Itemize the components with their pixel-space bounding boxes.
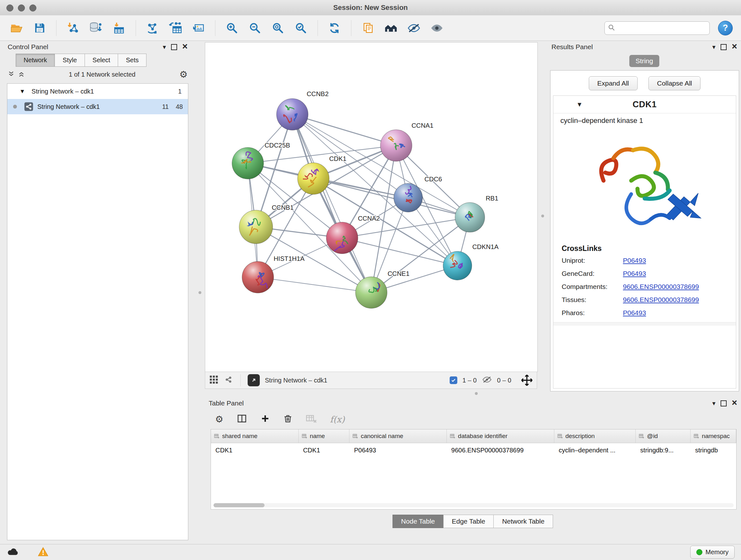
panel-float-icon[interactable] (721, 44, 727, 50)
table-options-gear-icon[interactable]: ⚙ (215, 415, 223, 424)
open-external-icon[interactable] (248, 374, 260, 386)
add-column-icon[interactable] (260, 414, 270, 425)
node-label-CDC6: CDC6 (424, 176, 442, 183)
network-edge[interactable] (292, 114, 396, 145)
panel-menu-icon[interactable]: ▾ (712, 44, 716, 50)
search-input[interactable] (617, 24, 706, 32)
zoom-fit-icon[interactable] (270, 19, 286, 37)
copy-documents-icon[interactable] (360, 19, 376, 37)
import-network-database-icon[interactable] (88, 19, 105, 37)
network-table-tool-icon[interactable] (167, 19, 184, 37)
network-node-CCNB1[interactable] (239, 210, 273, 244)
network-row-selected[interactable]: String Network – cdk1 11 48 (7, 99, 188, 114)
export-image-icon[interactable] (190, 19, 207, 37)
results-scrollbar[interactable] (553, 322, 736, 326)
tab-string[interactable]: String (629, 55, 660, 67)
show-columns-icon[interactable] (237, 414, 247, 425)
collapse-section-icon[interactable]: ▼ (576, 101, 583, 108)
panel-close-icon[interactable]: × (732, 398, 737, 408)
share-network-icon[interactable] (224, 375, 233, 386)
column-header-description[interactable]: description (554, 429, 636, 443)
network-node-CCNA2[interactable] (327, 222, 358, 254)
show-elements-icon[interactable] (428, 19, 445, 37)
import-table-file-icon[interactable] (111, 19, 127, 37)
network-collection-row[interactable]: ▼ String Network – cdk1 1 (7, 84, 188, 99)
title-bar: Session: New Session (0, 0, 741, 16)
open-session-icon[interactable] (8, 19, 25, 37)
memory-status-dot (696, 549, 702, 555)
crosslink-link[interactable]: 9606.ENSP00000378699 (623, 296, 699, 304)
crosslink-link[interactable]: P06493 (623, 309, 646, 317)
network-edge[interactable] (258, 277, 372, 293)
splitter-handle[interactable] (475, 392, 478, 395)
splitter-handle[interactable] (199, 291, 201, 294)
string-home-icon[interactable] (383, 19, 399, 37)
save-session-icon[interactable] (31, 19, 48, 37)
grid-view-icon[interactable] (209, 375, 219, 386)
table-hscrollbar[interactable] (213, 503, 734, 507)
zoom-in-icon[interactable] (224, 19, 240, 37)
zoom-out-icon[interactable] (247, 19, 263, 37)
birds-eye-icon[interactable] (521, 374, 533, 386)
column-header-@id[interactable]: @id (636, 429, 690, 443)
collection-count: 1 (178, 88, 182, 95)
tab-network[interactable]: Network (16, 54, 55, 67)
column-header-database-identifier[interactable]: database identifier (447, 429, 554, 443)
tab-edge-table[interactable]: Edge Table (443, 515, 494, 528)
hidden-count: 0 – 0 (497, 377, 511, 384)
expand-all-icon[interactable] (18, 71, 25, 78)
network-tool-icon[interactable] (144, 19, 161, 37)
help-icon[interactable]: ? (718, 21, 733, 36)
crosslink-row: GeneCard:P06493 (562, 270, 728, 277)
panel-close-icon[interactable]: × (182, 42, 188, 51)
splitter-handle[interactable] (541, 214, 544, 217)
delete-column-icon[interactable] (283, 414, 292, 424)
table-cell: cyclin–dependent ... (554, 447, 636, 454)
hide-elements-icon[interactable] (406, 19, 422, 37)
panel-menu-icon[interactable]: ▾ (712, 400, 716, 407)
network-edge[interactable] (292, 114, 372, 293)
network-node-CDKN1A[interactable] (443, 251, 472, 280)
table-row[interactable]: CDK1CDK1P064939606.ENSP00000378699cyclin… (211, 443, 736, 457)
crosslink-row: Pharos:P06493 (562, 309, 728, 317)
import-network-file-icon[interactable] (65, 19, 81, 37)
tab-network-table[interactable]: Network Table (493, 515, 553, 528)
column-header-canonical-name[interactable]: canonical name (349, 429, 447, 443)
network-canvas[interactable]: CCNB2CCNA1CDC25BCDK1CDC6RB1CCNB1CCNA2CDK… (205, 43, 537, 372)
network-node-CDK1[interactable] (298, 163, 329, 194)
window-title: Session: New Session (0, 0, 741, 15)
cloud-icon[interactable] (6, 547, 20, 558)
column-header-shared-name[interactable]: shared name (211, 429, 299, 443)
memory-button[interactable]: Memory (690, 546, 735, 559)
collapse-all-icon[interactable] (8, 70, 15, 78)
node-section-header[interactable]: ▼ CDK1 (553, 96, 736, 113)
crosslink-link[interactable]: P06493 (623, 270, 646, 277)
network-edge[interactable] (313, 179, 470, 217)
tab-node-table[interactable]: Node Table (393, 515, 444, 528)
gear-icon[interactable]: ⚙ (179, 70, 188, 79)
zoom-selected-icon[interactable] (293, 19, 309, 37)
tab-select[interactable]: Select (84, 54, 118, 67)
node-label-CCNA2: CCNA2 (358, 215, 380, 222)
tab-sets[interactable]: Sets (118, 54, 146, 67)
selected-checkbox-icon[interactable] (450, 376, 457, 384)
crosslink-link[interactable]: P06493 (623, 257, 646, 264)
refresh-icon[interactable] (326, 19, 343, 37)
collapse-all-button[interactable]: Collapse All (649, 76, 701, 90)
column-header-namespac[interactable]: namespac (690, 429, 736, 443)
hidden-eye-icon[interactable] (482, 375, 492, 385)
panel-menu-icon[interactable]: ▾ (163, 44, 166, 50)
search-box[interactable] (604, 21, 710, 35)
crosslink-link[interactable]: 9606.ENSP00000378699 (623, 283, 699, 291)
warning-icon[interactable] (38, 547, 49, 558)
network-node-CCNB2[interactable] (277, 99, 308, 130)
expand-all-button[interactable]: Expand All (589, 76, 637, 90)
panel-close-icon[interactable]: × (732, 42, 737, 51)
tab-style[interactable]: Style (55, 54, 84, 67)
expander-icon[interactable]: ▼ (19, 88, 25, 95)
panel-float-icon[interactable] (171, 44, 177, 50)
column-header-name[interactable]: name (299, 429, 350, 443)
network-node-CDC6[interactable] (394, 183, 422, 212)
network-view[interactable]: CCNB2CCNA1CDC25BCDK1CDC6RB1CCNB1CCNA2CDK… (205, 42, 538, 372)
panel-float-icon[interactable] (721, 400, 727, 407)
